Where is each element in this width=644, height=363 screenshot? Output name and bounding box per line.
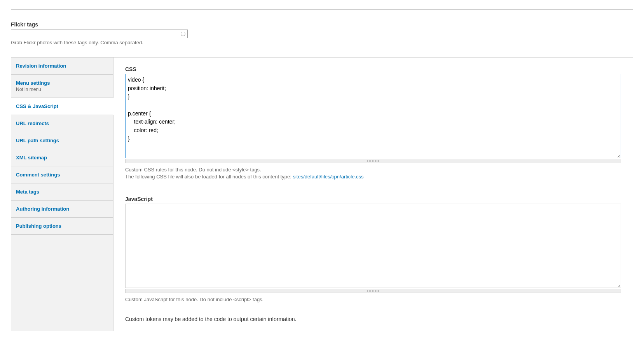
tab-content-panel: CSS Custom CSS rules for this node. Do n… bbox=[113, 58, 633, 331]
css-textarea[interactable] bbox=[125, 74, 621, 158]
tab-url-path-settings[interactable]: URL path settings bbox=[11, 132, 113, 149]
resize-grippie[interactable] bbox=[125, 159, 621, 163]
css-section: CSS Custom CSS rules for this node. Do n… bbox=[125, 66, 621, 180]
flickr-tags-help: Grab Flickr photos with these tags only.… bbox=[11, 40, 633, 45]
tokens-note: Custom tokens may be added to the code t… bbox=[125, 316, 621, 322]
tab-xml-sitemap[interactable]: XML sitemap bbox=[11, 149, 113, 166]
css-help-2: The following CSS file will also be load… bbox=[125, 173, 621, 180]
tab-menu-settings[interactable]: Menu settings Not in menu bbox=[11, 75, 113, 98]
flickr-tags-label: Flickr tags bbox=[11, 21, 633, 28]
tab-publishing-options[interactable]: Publishing options bbox=[11, 218, 113, 235]
tab-url-redirects[interactable]: URL redirects bbox=[11, 115, 113, 132]
css-help-1: Custom CSS rules for this node. Do not i… bbox=[125, 166, 621, 173]
css-file-link[interactable]: sites/default/files/cpn/article.css bbox=[293, 174, 363, 180]
js-help: Custom JavaScript for this node. Do not … bbox=[125, 296, 621, 303]
js-section: JavaScript Custom JavaScript for this no… bbox=[125, 196, 621, 303]
flickr-tags-input[interactable] bbox=[11, 30, 188, 38]
resize-grippie[interactable] bbox=[125, 289, 621, 293]
css-help-2-prefix: The following CSS file will also be load… bbox=[125, 174, 293, 180]
tab-css-javascript[interactable]: CSS & JavaScript bbox=[11, 98, 113, 115]
tab-label: URL redirects bbox=[16, 120, 108, 126]
tab-label: Publishing options bbox=[16, 223, 108, 229]
tab-authoring-information[interactable]: Authoring information bbox=[11, 201, 113, 218]
tab-label: Comment settings bbox=[16, 172, 108, 178]
tab-comment-settings[interactable]: Comment settings bbox=[11, 166, 113, 183]
vertical-tabs-list: Revision information Menu settings Not i… bbox=[11, 58, 113, 331]
tab-label: XML sitemap bbox=[16, 155, 108, 161]
tab-meta-tags[interactable]: Meta tags bbox=[11, 183, 113, 201]
css-label: CSS bbox=[125, 66, 621, 72]
js-label: JavaScript bbox=[125, 196, 621, 202]
js-textarea[interactable] bbox=[125, 204, 621, 288]
tab-label: URL path settings bbox=[16, 138, 108, 143]
spinner-icon bbox=[181, 31, 185, 36]
top-panel-border bbox=[11, 0, 633, 10]
flickr-tags-field: Flickr tags Grab Flickr photos with thes… bbox=[11, 21, 633, 45]
vertical-tabs-panel: Revision information Menu settings Not i… bbox=[11, 57, 633, 331]
tab-label: Authoring information bbox=[16, 206, 108, 212]
tab-revision-information[interactable]: Revision information bbox=[11, 58, 113, 75]
tab-label: CSS & JavaScript bbox=[16, 103, 108, 109]
tab-summary: Not in menu bbox=[16, 87, 108, 92]
tab-label: Revision information bbox=[16, 63, 108, 69]
tab-label: Meta tags bbox=[16, 189, 108, 195]
tab-label: Menu settings bbox=[16, 80, 108, 86]
